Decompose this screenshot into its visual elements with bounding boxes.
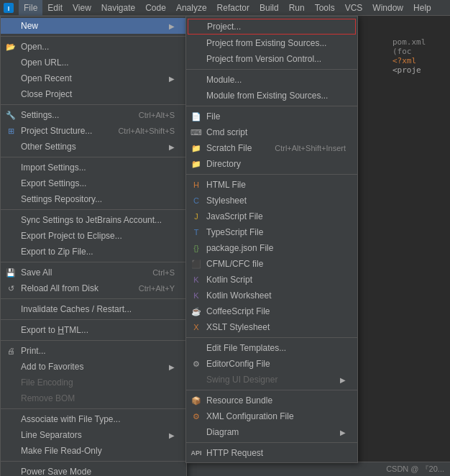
other-settings-icon: [5, 141, 17, 152]
stylesheet-icon: C: [190, 195, 202, 206]
menu-stylesheet[interactable]: C Stylesheet: [186, 193, 357, 209]
menu-open[interactable]: 📂 Open...: [1, 39, 186, 55]
open-url-icon: [5, 57, 17, 68]
menu-edit-templates[interactable]: Edit File Templates...: [186, 340, 357, 356]
menu-add-favorites[interactable]: Add to Favorites ▶: [1, 359, 186, 375]
export-zip-icon: [5, 246, 17, 257]
new-arrow: ▶: [169, 22, 175, 30]
directory-label: Directory: [206, 159, 346, 169]
settings-icon: 🔧: [5, 109, 17, 121]
menu-diagram[interactable]: Diagram ▶: [186, 424, 357, 440]
menu-module-existing[interactable]: Module from Existing Sources...: [186, 88, 357, 104]
new-sep4: [186, 337, 357, 338]
open-recent-icon: [5, 73, 17, 84]
menu-package-json[interactable]: {} package.json File: [186, 240, 357, 256]
menu-open-recent[interactable]: Open Recent ▶: [1, 70, 186, 86]
menu-close-project[interactable]: Close Project: [1, 86, 186, 102]
kotlin-script-label: Kotlin Script: [206, 275, 346, 285]
associate-label: Associate with File Type...: [21, 414, 175, 424]
open-url-label: Open URL...: [21, 58, 175, 68]
xslt-label: XSLT Stylesheet: [206, 322, 346, 332]
menu-remove-bom: Remove BOM: [1, 390, 186, 406]
edit-templates-label: Edit File Templates...: [206, 343, 346, 353]
menu-navigate[interactable]: Navigate: [96, 0, 140, 16]
open-recent-label: Open Recent: [21, 73, 163, 83]
menu-cmd-script[interactable]: ⌨ Cmd script: [186, 124, 357, 140]
menu-edit[interactable]: Edit: [42, 0, 68, 16]
reload-disk-label: Reload All from Disk: [21, 283, 124, 293]
menu-coffeescript[interactable]: ☕ CoffeeScript File: [186, 303, 357, 319]
menu-html-file[interactable]: H HTML File: [186, 177, 357, 193]
menu-ts-file[interactable]: T TypeScript File: [186, 224, 357, 240]
menu-project[interactable]: Project...: [188, 19, 356, 35]
menu-kotlin-worksheet[interactable]: K Kotlin Worksheet: [186, 288, 357, 303]
menu-help[interactable]: Help: [408, 0, 436, 16]
menubar: I File Edit View Navigate Code Analyze R…: [0, 0, 450, 16]
sep5: [1, 262, 186, 262]
save-all-label: Save All: [21, 267, 138, 278]
menu-import-settings[interactable]: Import Settings...: [1, 160, 186, 175]
menu-vcs[interactable]: VCS: [340, 0, 368, 16]
menu-make-readonly[interactable]: Make File Read-Only: [1, 443, 186, 459]
menu-project-existing[interactable]: Project from Existing Sources...: [186, 35, 357, 51]
menu-editorconfig[interactable]: ⚙ EditorConfig File: [186, 356, 357, 372]
xml-config-icon: ⚙: [190, 411, 202, 422]
menu-refactor[interactable]: Refactor: [212, 0, 254, 16]
html-file-icon: H: [190, 179, 202, 191]
diagram-arrow: ▶: [340, 429, 346, 436]
menu-settings[interactable]: 🔧 Settings... Ctrl+Alt+S: [1, 107, 186, 123]
remove-bom-label: Remove BOM: [21, 393, 175, 403]
new-sep6: [186, 442, 357, 443]
menu-kotlin-script[interactable]: K Kotlin Script: [186, 272, 357, 288]
menu-export-zip[interactable]: Export to Zip File...: [1, 244, 186, 260]
menu-analyze[interactable]: Analyze: [171, 0, 212, 16]
file-dropdown: New ▶ 📂 Open... Open URL... Open Recent …: [0, 16, 187, 476]
menu-save-all[interactable]: 💾 Save All Ctrl+S: [1, 265, 186, 280]
menu-view[interactable]: View: [68, 0, 96, 16]
menu-file[interactable]: File: [19, 0, 42, 16]
menu-resource-bundle[interactable]: 📦 Resource Bundle: [186, 393, 357, 408]
menu-associate-file-type[interactable]: Associate with File Type...: [1, 411, 186, 427]
menu-xslt[interactable]: X XSLT Stylesheet: [186, 319, 357, 335]
menu-other-settings[interactable]: Other Settings ▶: [1, 139, 186, 155]
menu-code[interactable]: Code: [140, 0, 171, 16]
menu-xml-config[interactable]: ⚙ XML Configuration File: [186, 408, 357, 424]
other-settings-arrow: ▶: [169, 143, 175, 151]
export-settings-label: Export Settings...: [21, 178, 175, 188]
menu-new[interactable]: New ▶: [1, 18, 186, 34]
project-existing-label: Project from Existing Sources...: [206, 38, 346, 48]
menu-file-new[interactable]: 📄 File: [186, 109, 357, 124]
menu-settings-repository[interactable]: Settings Repository...: [1, 191, 186, 207]
new-sep2: [186, 106, 357, 106]
menu-line-separators[interactable]: Line Separators ▶: [1, 427, 186, 443]
menu-project-structure[interactable]: ⊞ Project Structure... Ctrl+Alt+Shift+S: [1, 123, 186, 139]
menu-tools[interactable]: Tools: [310, 0, 340, 16]
menu-reload-disk[interactable]: ↺ Reload All from Disk Ctrl+Alt+Y: [1, 280, 186, 296]
menu-print[interactable]: 🖨 Print...: [1, 343, 186, 359]
menu-js-file[interactable]: J JavaScript File: [186, 209, 357, 224]
menu-swing-designer: Swing UI Designer ▶: [186, 372, 357, 388]
menu-directory[interactable]: 📁 Directory: [186, 156, 357, 172]
menu-sync-settings[interactable]: Sync Settings to JetBrains Account...: [1, 212, 186, 228]
menu-export-eclipse[interactable]: Export Project to Eclipse...: [1, 228, 186, 244]
kotlin-worksheet-icon: K: [190, 290, 202, 301]
dropdown-container: New ▶ 📂 Open... Open URL... Open Recent …: [0, 16, 187, 476]
new-sep3: [186, 174, 357, 175]
project-structure-label: Project Structure...: [21, 126, 104, 136]
menu-open-url[interactable]: Open URL...: [1, 55, 186, 70]
cfml-label: CFML/CFC file: [206, 259, 346, 269]
menu-power-save[interactable]: Power Save Mode: [1, 464, 186, 476]
menu-export-settings[interactable]: Export Settings...: [1, 175, 186, 191]
menu-invalidate-caches[interactable]: Invalidate Caches / Restart...: [1, 301, 186, 317]
menu-module[interactable]: Module...: [186, 72, 357, 88]
menu-window[interactable]: Window: [367, 0, 408, 16]
menu-http-request[interactable]: API HTTP Request: [186, 445, 357, 461]
menu-build[interactable]: Build: [254, 0, 284, 16]
new-label: New: [21, 21, 163, 31]
menu-export-html[interactable]: Export to HTML...: [1, 322, 186, 338]
menu-cfml[interactable]: ⬛ CFML/CFC file: [186, 256, 357, 272]
menu-run[interactable]: Run: [284, 0, 310, 16]
menu-scratch-file[interactable]: 📁 Scratch File Ctrl+Alt+Shift+Insert: [186, 140, 357, 156]
diagram-icon: [190, 426, 202, 438]
menu-project-vcs[interactable]: Project from Version Control...: [186, 51, 357, 67]
